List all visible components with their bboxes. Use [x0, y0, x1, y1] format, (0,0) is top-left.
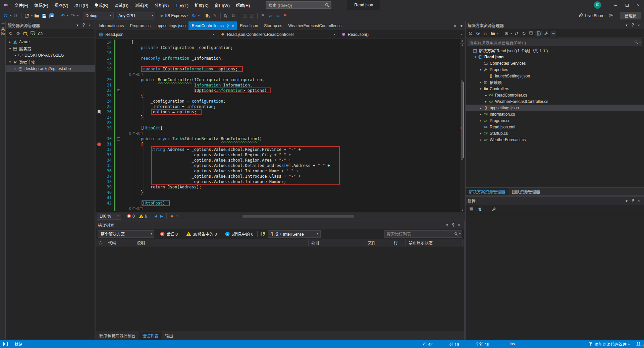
open-file-icon[interactable]	[33, 12, 41, 20]
code-pane[interactable]: 14 {15 private IConfiguration _configura…	[96, 39, 460, 212]
chevron-collapsed-icon[interactable]: ▸	[478, 132, 483, 135]
outlining-margin[interactable]	[115, 120, 121, 125]
outlining-margin[interactable]	[115, 72, 121, 77]
add-to-source-control-button[interactable]: 添加到源代码管理 ▴	[585, 341, 633, 347]
undo-icon[interactable]: ↶	[59, 12, 66, 20]
column-header-6[interactable]: 禁止显示状态	[406, 239, 463, 246]
refresh-icon[interactable]: ↻	[520, 30, 528, 37]
code-line[interactable]: 19 readonly IOptions<Information> _optio…	[96, 66, 460, 72]
chevron-collapsed-icon[interactable]: ▸	[478, 119, 483, 122]
editor-margin[interactable]	[96, 131, 102, 136]
hot-reload-icon[interactable]: ↻	[190, 12, 198, 20]
outlining-margin[interactable]	[115, 93, 121, 99]
solution-item-information-cs[interactable]: ▸C#Information.cs	[466, 111, 644, 117]
outlining-margin[interactable]	[115, 152, 121, 158]
horizontal-scrollbar[interactable]	[181, 215, 461, 218]
navigate-backward-icon[interactable]: ⧀	[2, 12, 9, 20]
editor-margin[interactable]	[96, 45, 102, 50]
code-line[interactable]: 32 string Address = _options.Value.schoo…	[96, 147, 460, 152]
editor-margin[interactable]	[96, 163, 102, 168]
forward-icon[interactable]: ⧁	[474, 30, 482, 37]
editor-margin[interactable]	[96, 136, 102, 141]
chevron-expanded-icon[interactable]: ▾	[478, 68, 483, 71]
code-line[interactable]: 36 _options.Value.school.Introduce.Name …	[96, 168, 460, 174]
warnings-filter-button[interactable]: 38警告中的 0	[183, 230, 219, 238]
code-line[interactable]: 39 return Json(Address);	[96, 184, 460, 190]
code-line[interactable]: 33 _options.Value.school.Region.City + "…	[96, 152, 460, 158]
error-list-search-box[interactable]: 搜索错误列表 ▾	[384, 230, 462, 238]
pending-changes-dropdown[interactable]: ▾	[510, 32, 513, 35]
breadcrumb-1[interactable]: Read.json▾	[96, 30, 217, 39]
chevron-collapsed-icon[interactable]: ▸	[8, 40, 12, 44]
menu-item-3[interactable]: 视图(V)	[51, 0, 71, 10]
editor-margin[interactable]	[96, 72, 102, 77]
editor-margin[interactable]	[96, 120, 102, 125]
navigate-forward-icon[interactable]: ⧁	[12, 12, 19, 20]
outlining-margin[interactable]	[115, 50, 121, 56]
server-item--[interactable]: ▾服务器	[6, 45, 95, 52]
solution-item-controllers[interactable]: ▾Controllers	[466, 85, 644, 92]
server-item-desktop-ac7g2eg-test-dbo[interactable]: ▸desktop-ac7g2eg.test.dbo	[6, 65, 95, 72]
error-scope-dropdown[interactable]: 整个解决方案 ▾	[98, 230, 154, 238]
pin-icon[interactable]	[450, 222, 456, 228]
outdent-lines-icon[interactable]	[248, 12, 256, 20]
chevron-collapsed-icon[interactable]: ▸	[13, 54, 18, 57]
chevron-expanded-icon[interactable]: ▾	[8, 60, 12, 64]
chevron-collapsed-icon[interactable]: ▸	[484, 94, 488, 97]
menu-item-12[interactable]: 帮助(H)	[233, 0, 253, 10]
pin-icon[interactable]	[630, 198, 636, 204]
outlining-margin[interactable]	[115, 115, 121, 120]
chevron-collapsed-icon[interactable]: ▸	[13, 67, 18, 70]
editor-margin[interactable]	[96, 206, 102, 211]
outlining-margin[interactable]	[115, 45, 121, 50]
menu-item-11[interactable]: 窗口(W)	[212, 0, 233, 10]
chevron-collapsed-icon[interactable]: ▸	[478, 106, 483, 110]
outlining-margin[interactable]	[115, 158, 121, 163]
solution-item-properties[interactable]: ▾Properties	[466, 66, 644, 73]
tab-overflow-icon[interactable]: «	[452, 23, 458, 28]
new-project-dropdown[interactable]: ▾	[31, 14, 33, 17]
outlining-margin[interactable]	[115, 168, 121, 174]
outlining-margin[interactable]	[115, 195, 121, 200]
editor-margin[interactable]	[96, 77, 102, 82]
solution-item-appsettings-json[interactable]: ▸{}appsettings.json	[466, 105, 644, 111]
editor-margin[interactable]	[96, 125, 102, 131]
outlining-margin[interactable]	[115, 56, 121, 61]
code-line[interactable]: 26 _options = options;	[96, 109, 460, 115]
menu-item-8[interactable]: 分析(N)	[152, 0, 172, 10]
redo-icon[interactable]: ↷	[69, 12, 76, 20]
code-marker-dropdown[interactable]: ▾	[176, 215, 178, 218]
code-line[interactable]: 35 _options.Value.school.Detailed_addres…	[96, 163, 460, 168]
code-line[interactable]: 34 _options.Value.school.Region.Area + "…	[96, 158, 460, 163]
column-header-4[interactable]: 文件	[365, 239, 391, 246]
menu-item-7[interactable]: 测试(S)	[131, 0, 152, 10]
close-icon[interactable]: ×	[232, 24, 234, 28]
collapse-all-icon[interactable]	[528, 30, 535, 37]
code-line[interactable]: 30− public async Task<IActionResult> Rea…	[96, 136, 460, 141]
pin-icon[interactable]	[226, 24, 229, 28]
chevron-expanded-icon[interactable]: ▾	[8, 47, 12, 50]
outlining-margin[interactable]	[115, 77, 121, 82]
outlining-margin[interactable]	[115, 190, 121, 195]
chevron-expanded-icon[interactable]: ▾	[478, 87, 483, 91]
code-line[interactable]: 21 Information Information,	[96, 82, 460, 88]
zoom-dropdown[interactable]: 100 % ▾	[97, 213, 121, 220]
code-line[interactable]: 14 {	[96, 40, 460, 45]
server-item-azure[interactable]: ▸Azure	[6, 39, 95, 45]
outlining-margin[interactable]	[115, 40, 121, 45]
pin-icon[interactable]	[80, 22, 87, 28]
menu-item-1[interactable]: 文件(F)	[11, 0, 31, 10]
code-line[interactable]: 16	[96, 50, 460, 56]
minimize-button[interactable]: –	[610, 0, 621, 10]
navigate-backward-dropdown[interactable]: ▾	[9, 14, 12, 17]
messages-filter-button[interactable]: 6消息中的 0	[222, 230, 256, 238]
editor-margin[interactable]	[96, 56, 102, 61]
outlining-margin[interactable]: −	[115, 88, 121, 93]
code-line[interactable]: 40 }	[96, 190, 460, 195]
errors-filter-button[interactable]: 错误 0	[157, 230, 180, 238]
search-icon[interactable]	[323, 2, 331, 8]
back-icon[interactable]: ⧀	[467, 30, 474, 37]
menu-item-2[interactable]: 编辑(E)	[31, 0, 51, 10]
chevron-down-icon[interactable]: ▾	[444, 222, 450, 228]
editor-margin[interactable]	[96, 50, 102, 56]
